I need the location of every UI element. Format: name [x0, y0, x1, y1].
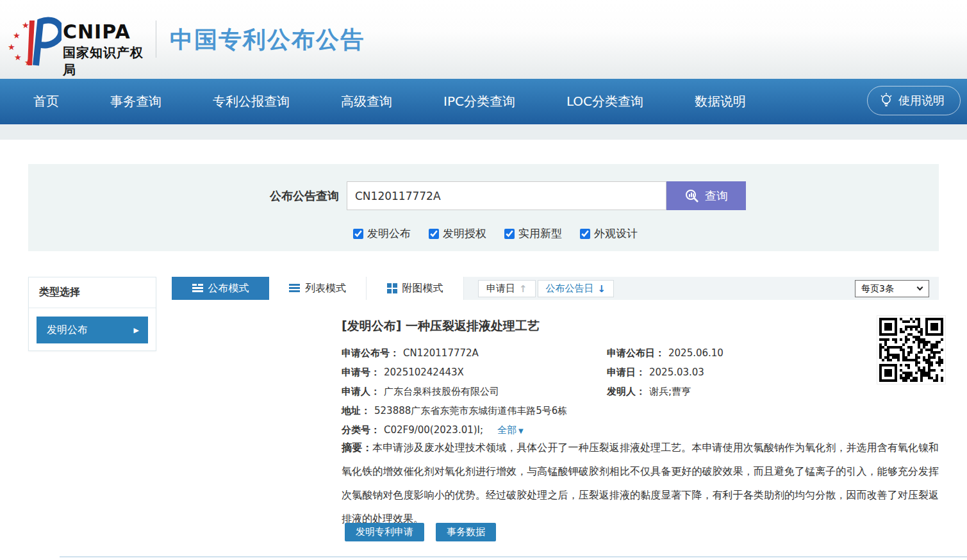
- nav-item-data-description[interactable]: 数据说明: [695, 93, 746, 110]
- patent-announcement-page: ★ ★ ★ ★ ★ CNIPA 国家知识产权局 中国专利公布公告 首页 事务查询…: [0, 0, 967, 560]
- nav-item-advanced-query[interactable]: 高级查询: [341, 93, 392, 110]
- page-size-select[interactable]: 每页3条: [855, 280, 929, 297]
- abstract-text: 本申请涉及废水处理技术领域，具体公开了一种压裂返排液处理工艺。本申请使用次氯酸钠…: [342, 441, 939, 525]
- filter-label: 发明授权: [443, 226, 486, 241]
- field-label: 分类号：: [342, 424, 380, 436]
- field-value: CN120117772A: [403, 347, 479, 359]
- field-classification: 分类号： C02F9/00(2023.01)I; 全部 ▼: [342, 424, 524, 436]
- field-label: 申请公布日：: [607, 347, 665, 359]
- sidebar-item-invention-publication[interactable]: 发明公布 ▶: [37, 317, 148, 343]
- field-label: 申请人：: [342, 386, 380, 398]
- sort-controls: 申请日 ↑ 公布公告日 ↓: [478, 280, 614, 297]
- chevron-down-icon: [917, 284, 923, 291]
- sidebar-item-label: 发明公布: [47, 324, 88, 337]
- field-label: 申请号：: [342, 366, 380, 379]
- classification-all-link[interactable]: 全部: [497, 424, 517, 436]
- field-publication-number: 申请公布号： CN120117772A: [342, 347, 607, 359]
- invention-application-button[interactable]: 发明专利申请: [345, 523, 424, 541]
- field-value: 202510242443X: [384, 366, 464, 378]
- field-label: 地址：: [342, 405, 370, 417]
- filter-invention-grant[interactable]: 发明授权: [429, 226, 486, 241]
- qr-code-image: [879, 318, 943, 382]
- nav-item-home[interactable]: 首页: [33, 93, 59, 110]
- logo-acronym: CNIPA: [63, 21, 154, 43]
- filter-label: 发明公布: [367, 226, 411, 241]
- tab-list-mode[interactable]: 列表模式: [269, 277, 367, 300]
- result-actions: 发明专利申请 事务数据: [345, 523, 496, 541]
- usage-help-label: 使用说明: [898, 93, 945, 108]
- design-checkbox[interactable]: [580, 229, 590, 239]
- cnipa-logo[interactable]: ★ ★ ★ ★ ★ CNIPA 国家知识产权局: [6, 14, 154, 68]
- search-label: 公布公告查询: [28, 188, 347, 204]
- sort-by-filing-date-button[interactable]: 申请日 ↑: [478, 280, 536, 297]
- arrow-up-icon: ↑: [519, 283, 527, 295]
- sort-by-publication-date-button[interactable]: 公布公告日 ↓: [538, 280, 615, 297]
- arrow-down-icon: ↓: [598, 283, 606, 295]
- logo-org-name: 国家知识产权局: [63, 44, 154, 79]
- field-value: 523888广东省东莞市东城街道伟丰路5号6栋: [374, 405, 567, 417]
- patent-type-filters: 发明公布 发明授权 实用新型 外观设计: [353, 226, 638, 241]
- filter-label: 外观设计: [594, 226, 638, 241]
- field-label: 申请日：: [607, 366, 645, 379]
- site-title: 中国专利公布公告: [170, 24, 365, 56]
- transaction-data-button[interactable]: 事务数据: [436, 523, 496, 541]
- field-applicant: 申请人： 广东台泉科技股份有限公司: [342, 386, 607, 398]
- field-value: 2025.06.10: [668, 347, 723, 359]
- tab-label: 公布模式: [208, 282, 249, 295]
- star-icon: ★: [14, 53, 22, 62]
- logo-text-block: CNIPA 国家知识产权局: [63, 21, 154, 79]
- nav-item-transaction-query[interactable]: 事务查询: [110, 93, 161, 110]
- nav-item-gazette-query[interactable]: 专利公报查询: [213, 93, 290, 110]
- lightbulb-icon: [879, 92, 893, 109]
- search-button-label: 查询: [705, 188, 728, 204]
- field-address: 地址： 523888广东省东莞市东城街道伟丰路5号6栋: [342, 405, 567, 417]
- caret-down-icon: ▼: [518, 427, 524, 434]
- announcement-search-input[interactable]: [347, 181, 666, 210]
- field-application-date: 申请日： 2025.03.03: [607, 366, 704, 379]
- publication-mode-icon: [192, 284, 203, 293]
- field-inventor: 发明人： 谢兵;曹亨: [607, 386, 691, 398]
- search-row: 公布公告查询 查询: [28, 181, 939, 210]
- nav-item-loc-query[interactable]: LOC分类查询: [566, 93, 643, 110]
- patent-fields: 申请公布号： CN120117772A 申请公布日： 2025.06.10 申请…: [342, 343, 939, 440]
- field-label: 申请公布号：: [342, 347, 399, 359]
- field-application-number: 申请号： 202510242443X: [342, 366, 607, 379]
- announcement-search-panel: 公布公告查询 查询 发明公布 发明授权: [28, 164, 939, 251]
- field-value: 2025.03.03: [649, 366, 704, 378]
- search-button[interactable]: 查询: [666, 181, 746, 210]
- tab-publication-mode[interactable]: 公布模式: [172, 277, 269, 300]
- filter-utility-model[interactable]: 实用新型: [504, 226, 562, 241]
- page-header: ★ ★ ★ ★ ★ CNIPA 国家知识产权局 中国专利公布公告: [0, 0, 967, 79]
- sort-label: 申请日: [486, 283, 515, 295]
- usage-help-button[interactable]: 使用说明: [867, 86, 961, 115]
- star-icon: ★: [8, 42, 15, 52]
- invention-publication-checkbox[interactable]: [353, 229, 363, 239]
- field-publication-date: 申请公布日： 2025.06.10: [607, 347, 723, 359]
- field-label: 发明人：: [607, 386, 645, 398]
- star-icon: ★: [13, 31, 21, 40]
- tab-figure-mode[interactable]: 附图模式: [367, 277, 464, 300]
- magnifier-chart-icon: [684, 188, 700, 204]
- star-icon: ★: [22, 21, 29, 30]
- tab-label: 列表模式: [305, 282, 346, 295]
- page-size-value: 每页3条: [861, 283, 894, 295]
- nav-item-ipc-query[interactable]: IPC分类查询: [443, 93, 515, 110]
- utility-model-checkbox[interactable]: [504, 229, 515, 239]
- field-value: 广东台泉科技股份有限公司: [384, 386, 499, 398]
- main-nav: 首页 事务查询 专利公报查询 高级查询 IPC分类查询 LOC分类查询 数据说明…: [0, 79, 967, 124]
- qr-code-box: [877, 315, 946, 384]
- chevron-right-icon: ▶: [134, 326, 139, 334]
- patent-title: [发明公布] 一种压裂返排液处理工艺: [342, 318, 540, 334]
- header-divider: [156, 21, 156, 58]
- field-value: 谢兵;曹亨: [649, 386, 691, 398]
- sort-label: 公布公告日: [546, 283, 594, 295]
- header-separator-band: [0, 124, 967, 140]
- filter-invention-publication[interactable]: 发明公布: [353, 226, 411, 241]
- filter-design[interactable]: 外观设计: [580, 226, 638, 241]
- invention-grant-checkbox[interactable]: [429, 229, 439, 239]
- filter-label: 实用新型: [518, 226, 562, 241]
- figure-mode-icon: [387, 283, 397, 293]
- patent-abstract: 摘要：本申请涉及废水处理技术领域，具体公开了一种压裂返排液处理工艺。本申请使用次…: [342, 436, 939, 531]
- sidebar-title: 类型选择: [29, 277, 156, 308]
- list-mode-icon: [289, 284, 300, 293]
